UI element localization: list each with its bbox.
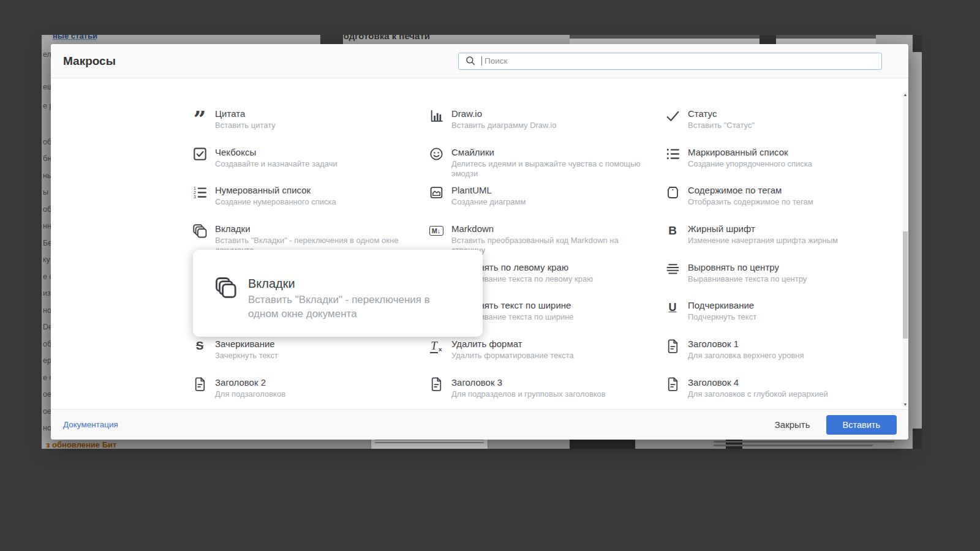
svg-text:3: 3	[194, 195, 196, 200]
macro-description: Зачеркнуть текст	[215, 351, 278, 361]
macro-title: Цитата	[215, 108, 276, 119]
page-text-fragment: нн	[43, 222, 51, 230]
macro-title: Выровнять по центру	[688, 261, 807, 273]
page-text-fragment: з обновление Бит	[46, 440, 116, 449]
macro-description: Для заголовка верхнего уровня	[688, 351, 804, 361]
macro-item[interactable]: PlantUML Создание диаграмм	[428, 184, 665, 223]
page-heading-fragment: Подготовка к печати	[337, 35, 430, 41]
macro-item[interactable]: Заголовок 3 Для подразделов и групповых …	[428, 377, 665, 409]
macro-item[interactable]: Выровнять по центру Выравнивание текста …	[665, 261, 901, 300]
page-text-fragment: е с	[43, 272, 51, 281]
macro-description: Создание диаграмм	[451, 197, 526, 207]
page-text-fragment: ое	[43, 390, 51, 399]
barchart-icon	[428, 108, 444, 124]
strikethrough-icon: S	[192, 338, 208, 354]
dialog-header: Макросы	[51, 44, 908, 78]
page-text-fragment: ер	[43, 356, 51, 365]
heading-icon	[665, 338, 680, 354]
insert-button[interactable]: Вставить	[826, 415, 897, 435]
page-text-fragment: ны	[43, 171, 51, 180]
page-text-fragment: из	[43, 289, 51, 298]
macro-title: Вкладки	[215, 223, 417, 234]
page-text-fragment: но	[43, 424, 51, 432]
check-icon	[665, 108, 680, 124]
macro-title: PlantUML	[451, 184, 526, 196]
page-text-fragment: е р	[43, 102, 51, 110]
macro-title: Markdown	[451, 223, 654, 234]
dialog-title: Макросы	[63, 54, 116, 68]
search-box[interactable]	[458, 53, 882, 70]
macro-item[interactable]: 123 Нумерованный список Создание нумеров…	[192, 184, 428, 223]
macro-description: Вставить диаграмму Draw.io	[451, 121, 556, 130]
macro-description: Выравнивание текста по центру	[688, 274, 807, 284]
macro-tooltip: Вкладки Вставить "Вкладки" - переключени…	[193, 250, 483, 337]
macro-description: Вставить "Статус"	[688, 121, 755, 130]
macro-title: Заголовок 3	[451, 377, 606, 388]
macro-description: Отобразить содержимое по тегам	[688, 197, 813, 207]
macro-description: Создание упорядоченного списка	[688, 159, 812, 169]
macro-item[interactable]: S Зачеркивание Зачеркнуть текст	[192, 338, 428, 377]
heading-icon	[665, 377, 680, 392]
page-text-bar	[714, 441, 894, 443]
page-text-fragment: ели	[43, 50, 51, 59]
quote-icon: ”	[192, 108, 208, 124]
close-button[interactable]: Закрыть	[759, 414, 826, 435]
macro-item[interactable]: T× Удалить формат Удалить форматирование…	[428, 338, 665, 377]
page-text-fragment: ку	[43, 255, 51, 264]
text-caret	[481, 56, 482, 66]
page-block	[760, 35, 776, 44]
macros-dialog: Макросы ” Цитата Вставить цитату	[51, 44, 908, 440]
macro-description: Для подзаголовков	[215, 389, 285, 399]
page-block	[320, 35, 343, 44]
scroll-up-icon[interactable]: ▲	[903, 92, 908, 98]
macro-item[interactable]: ” Цитата Вставить цитату	[192, 108, 428, 146]
page-text-fragment: е о	[43, 373, 51, 382]
macro-item[interactable]: Заголовок 4 Для заголовков с глубокой ие…	[665, 377, 901, 409]
macro-item[interactable]: Смайлики Делитесь идеями и выражайте чув…	[428, 146, 665, 185]
page-block	[913, 429, 922, 449]
macro-item[interactable]: B Жирный шрифт Изменение начертания шриф…	[665, 223, 901, 261]
macro-description: Подчеркнуть текст	[688, 312, 756, 322]
page-text-fragment: бн	[43, 154, 51, 163]
macro-item[interactable]: U Подчеркивание Подчеркнуть текст	[665, 299, 901, 338]
macro-item[interactable]: Маркированный список Создание упорядочен…	[665, 146, 901, 185]
macro-item[interactable]: Draw.io Вставить диаграмму Draw.io	[428, 108, 665, 146]
markdown-icon: M↓	[428, 223, 444, 239]
search-input[interactable]	[483, 56, 876, 66]
page-text-fragment: ы	[43, 188, 51, 197]
macro-title: Нумерованный список	[215, 184, 336, 196]
page-text-fragment: об	[43, 205, 51, 214]
macro-title: Подчеркивание	[688, 299, 756, 311]
scrollbar[interactable]: ▲ ▼	[903, 92, 908, 408]
remove-format-icon: T×	[428, 338, 444, 354]
dialog-footer: Документация Закрыть Вставить	[51, 409, 908, 440]
macro-item[interactable]: Статус Вставить "Статус"	[665, 108, 901, 146]
macro-title: Удалить формат	[451, 338, 574, 350]
documentation-link[interactable]: Документация	[63, 420, 118, 429]
macro-title: Статус	[688, 108, 755, 119]
macro-description: Удалить форматирование текста	[451, 351, 574, 361]
macro-item[interactable]: Заголовок 1 Для заголовка верхнего уровн…	[665, 338, 901, 377]
macro-description: Для подразделов и групповых заголовков	[451, 389, 606, 399]
heading-icon	[192, 377, 208, 392]
screen: ные статьи Подготовка к печати з обновле…	[0, 0, 980, 551]
macro-item[interactable]: Заголовок 2 Для подзаголовков	[192, 377, 428, 409]
numbered-list-icon: 123	[192, 184, 208, 200]
scroll-down-icon[interactable]: ▼	[903, 402, 908, 408]
page-text-fragment: Бе	[43, 239, 51, 247]
checkbox-icon	[192, 146, 208, 162]
scrollbar-thumb[interactable]	[903, 231, 908, 339]
macro-description: Для заголовков с глубокой иерархией	[688, 389, 828, 399]
macro-title: Жирный шрифт	[688, 223, 838, 234]
macro-item[interactable]: Содержимое по тегам Отобразить содержимо…	[665, 184, 901, 223]
bold-icon: B	[665, 223, 680, 239]
macro-title: Смайлики	[451, 146, 654, 158]
page-text-fragment: об	[43, 340, 51, 348]
page-text-fragment: ещ	[43, 83, 51, 91]
macro-title: Заголовок 2	[215, 377, 285, 388]
page-block	[913, 35, 922, 52]
heading-icon	[428, 377, 444, 392]
page-text-fragment: но	[43, 306, 51, 315]
macro-item[interactable]: Чекбоксы Создавайте и назначайте задачи	[192, 146, 428, 185]
tag-icon	[665, 184, 680, 200]
